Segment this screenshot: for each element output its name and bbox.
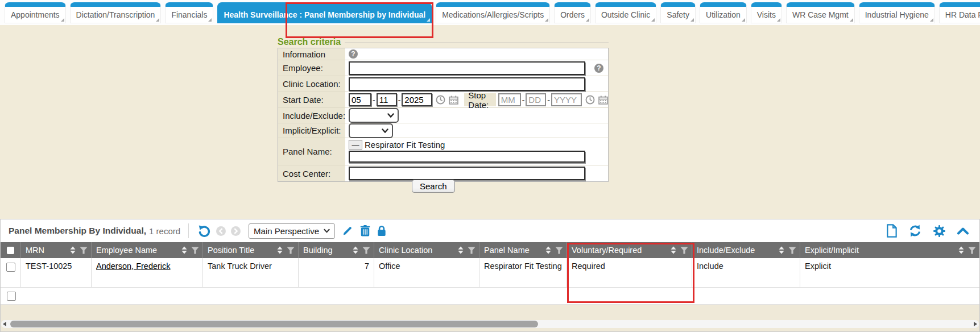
perspective-select[interactable]: Main Perspective [249, 223, 335, 239]
table-footer-row [1, 288, 979, 305]
select-all-cell [1, 242, 21, 258]
record-count: 1 record [149, 226, 180, 236]
panel-name-field: — Respirator Fit Testing [345, 138, 608, 165]
remove-panel-button[interactable]: — [349, 140, 362, 150]
scroll-right-arrow[interactable] [974, 322, 977, 326]
scroll-left-arrow[interactable] [3, 322, 6, 326]
stop-date-day-input[interactable] [526, 93, 546, 106]
tab-orders[interactable]: Orders [554, 2, 591, 23]
implicit-explicit-select[interactable] [349, 123, 393, 138]
row-checkbox[interactable] [6, 263, 15, 272]
start-date-year-input[interactable] [402, 93, 432, 106]
refresh-icon[interactable] [908, 225, 922, 237]
filter-icon[interactable] [468, 247, 475, 254]
filter-icon[interactable] [968, 247, 976, 254]
sort-icon[interactable] [779, 246, 784, 254]
employee-label: Employee: [278, 60, 345, 76]
cost-center-input[interactable] [349, 167, 585, 180]
sort-icon[interactable] [181, 246, 187, 254]
tab-outside-clinic[interactable]: Outside Clinic [595, 2, 656, 23]
include-exclude-field [345, 108, 608, 123]
clinic-location-input[interactable] [349, 77, 585, 91]
collapse-chevron-up-icon[interactable] [957, 227, 969, 235]
filter-icon[interactable] [191, 247, 199, 254]
previous-page-icon[interactable] [216, 226, 226, 236]
filter-icon[interactable] [788, 247, 796, 254]
implicit-explicit-field [345, 123, 608, 138]
column-header-clinic-location[interactable]: Clinic Location [374, 242, 479, 258]
column-header-mrn[interactable]: MRN [21, 242, 92, 258]
column-header-voluntary-required[interactable]: Voluntary/Required [567, 242, 692, 258]
footer-checkbox[interactable] [7, 292, 16, 301]
stop-date-calendar-icon[interactable] [598, 96, 608, 105]
tab-appointments[interactable]: Appointments [5, 2, 66, 23]
sort-icon[interactable] [277, 246, 283, 254]
sort-icon[interactable] [70, 246, 76, 254]
column-header-building[interactable]: Building [299, 242, 374, 258]
information-field: ? [345, 48, 608, 60]
filter-icon[interactable] [680, 247, 688, 254]
employee-input[interactable] [349, 61, 585, 75]
help-icon[interactable]: ? [349, 49, 358, 59]
select-all-checkbox[interactable] [7, 247, 14, 254]
sort-icon[interactable] [353, 246, 358, 254]
tab-health-surveillance-panel-membership[interactable]: Health Surveillance : Panel Membership b… [217, 2, 432, 23]
tab-dictation-transcription[interactable]: Dictation/Transcription [70, 2, 162, 23]
filter-icon[interactable] [287, 247, 295, 254]
filter-icon[interactable] [555, 247, 563, 254]
undo-icon[interactable] [197, 224, 211, 238]
tab-label: Utilization [706, 10, 741, 19]
tab-industrial-hygiene[interactable]: Industrial Hygiene [859, 2, 935, 23]
filter-icon[interactable] [362, 247, 370, 254]
tab-safety[interactable]: Safety [660, 2, 696, 23]
panel-name-input[interactable] [349, 151, 585, 163]
search-button[interactable]: Search [412, 180, 455, 193]
sort-icon[interactable] [958, 246, 964, 254]
stop-date-year-input[interactable] [551, 93, 582, 106]
start-date-calendar-icon[interactable] [449, 96, 458, 105]
selected-panel-chip: — Respirator Fit Testing [349, 140, 445, 150]
delete-perspective-icon[interactable] [360, 225, 370, 236]
column-header-position-title[interactable]: Position Title [203, 242, 299, 258]
employee-field: ? [345, 60, 608, 76]
tab-medications-allergies-scripts[interactable]: Medications/Allergies/Scripts [436, 2, 550, 23]
edit-perspective-icon[interactable] [342, 225, 353, 236]
start-date-day-input[interactable] [377, 93, 397, 106]
tab-wr-case-mgmt[interactable]: WR Case Mgmt [786, 2, 855, 23]
column-header-include-exclude[interactable]: Include/Exclude [692, 242, 800, 258]
filter-icon[interactable] [80, 247, 88, 254]
column-label: Panel Name [484, 246, 530, 255]
include-exclude-select[interactable] [349, 108, 399, 123]
settings-gear-icon[interactable] [933, 225, 946, 238]
new-record-icon[interactable] [886, 224, 898, 238]
date-separator: - [522, 96, 525, 105]
column-header-employee-name[interactable]: Employee Name [92, 242, 203, 258]
column-header-explicit-implicit[interactable]: Explicit/Implicit [800, 242, 979, 258]
tab-financials[interactable]: Financials [165, 2, 213, 23]
sort-icon[interactable] [671, 246, 676, 254]
perspective-value: Main Perspective [254, 226, 319, 236]
start-date-month-input[interactable] [349, 93, 371, 106]
tab-visits[interactable]: Visits [751, 2, 782, 23]
column-header-panel-name[interactable]: Panel Name [479, 242, 567, 258]
employee-name-link[interactable]: Anderson, Frederick [96, 262, 171, 271]
stop-date-month-input[interactable] [498, 93, 521, 106]
tab-utilization[interactable]: Utilization [700, 2, 747, 23]
scrollbar-thumb[interactable] [10, 321, 538, 327]
lock-icon[interactable] [377, 225, 386, 236]
table-row: TEST-10025 Anderson, Frederick Tank Truc… [1, 258, 979, 288]
grid-toolbar: Panel Membership By Individual, 1 record… [1, 219, 979, 242]
tab-label: Appointments [11, 10, 60, 19]
start-date-clock-icon[interactable] [436, 95, 445, 105]
employee-help-icon[interactable]: ? [594, 64, 603, 73]
sort-icon[interactable] [545, 246, 551, 254]
clinic-location-row: Clinic Location: [278, 76, 608, 92]
search-criteria-legend-row: Search criteria [278, 36, 609, 48]
sort-icon[interactable] [458, 246, 464, 254]
search-criteria-section: Search criteria Information ? Employee: … [278, 36, 609, 182]
horizontal-scrollbar[interactable] [1, 320, 979, 328]
date-separator: - [398, 96, 401, 105]
stop-date-clock-icon[interactable] [585, 95, 595, 105]
tab-hr-data-feed[interactable]: HR Data Fe [939, 2, 980, 23]
next-page-icon[interactable] [231, 226, 241, 236]
